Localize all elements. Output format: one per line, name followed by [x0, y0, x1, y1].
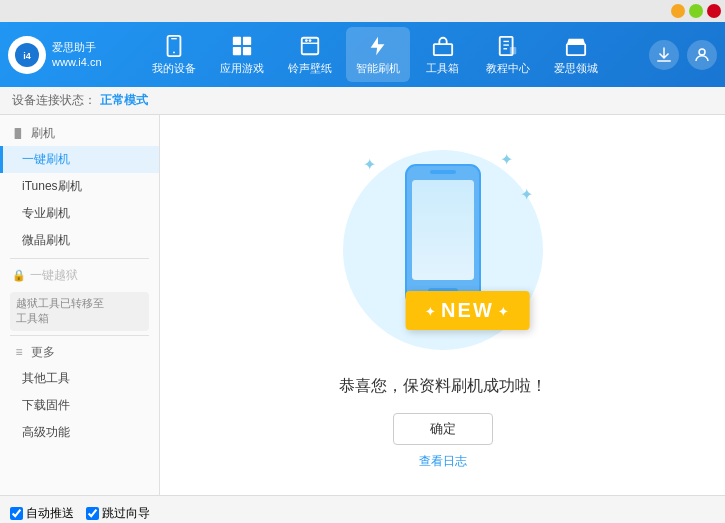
daily-log-link[interactable]: 查看日志	[419, 453, 467, 470]
bottom-top-row: 自动推送 跳过向导	[0, 496, 725, 523]
maximize-button[interactable]	[689, 4, 703, 18]
svg-rect-22	[14, 128, 21, 139]
logo-icon: i4	[8, 36, 46, 74]
flash-section-icon	[12, 127, 26, 141]
close-button[interactable]	[707, 4, 721, 18]
svg-point-11	[304, 39, 307, 42]
sparkle-2: ✦	[500, 150, 513, 169]
auto-push-checkbox[interactable]: 自动推送	[10, 505, 74, 522]
nav-item-my-device[interactable]: 我的设备	[142, 27, 206, 82]
sidebar-section-jailbreak: 🔒 一键越狱	[0, 263, 159, 288]
sidebar-item-wipe-flash[interactable]: 微晶刷机	[0, 227, 159, 254]
svg-rect-27	[412, 180, 474, 280]
sidebar-jailbreak-note: 越狱工具已转移至工具箱	[10, 292, 149, 331]
nav-item-apps-games[interactable]: 应用游戏	[210, 27, 274, 82]
svg-point-12	[308, 39, 311, 42]
status-label: 设备连接状态：	[12, 92, 96, 109]
user-button[interactable]	[687, 40, 717, 70]
svg-rect-5	[232, 37, 240, 45]
content-area: ✦ ✦ ✦	[160, 115, 725, 495]
nav-item-toolbox[interactable]: 工具箱	[414, 27, 472, 82]
success-message: 恭喜您，保资料刷机成功啦！	[339, 376, 547, 397]
sub-header: 设备连接状态： 正常模式	[0, 87, 725, 115]
status-value: 正常模式	[100, 92, 148, 109]
sidebar-item-advanced[interactable]: 高级功能	[0, 419, 159, 446]
lock-icon: 🔒	[12, 269, 26, 282]
svg-rect-7	[232, 47, 240, 55]
success-illustration: ✦ ✦ ✦	[333, 140, 553, 360]
nav-item-ringtone[interactable]: 铃声壁纸	[278, 27, 342, 82]
sidebar-section-flash: 刷机	[0, 121, 159, 146]
logo-area: i4 爱思助手 www.i4.cn	[8, 36, 108, 74]
apps-icon	[229, 33, 255, 59]
svg-rect-19	[566, 44, 584, 55]
logo-subtitle: www.i4.cn	[52, 55, 102, 69]
sidebar-divider-1	[10, 258, 149, 259]
svg-text:i4: i4	[23, 51, 31, 61]
svg-rect-13	[433, 44, 451, 55]
more-section-icon: ≡	[12, 345, 26, 359]
phone-icon	[161, 33, 187, 59]
nav-right-buttons	[649, 40, 717, 70]
sidebar-item-itunes-flash[interactable]: iTunes刷机	[0, 173, 159, 200]
nav-item-tutorial[interactable]: 教程中心	[476, 27, 540, 82]
header: i4 爱思助手 www.i4.cn 我的设备 应用游戏 铃声壁纸	[0, 22, 725, 87]
sidebar-divider-2	[10, 335, 149, 336]
sparkle-1: ✦	[363, 155, 376, 174]
sidebar-item-one-key-flash[interactable]: 一键刷机	[0, 146, 159, 173]
nav-item-store[interactable]: 爱思领城	[544, 27, 608, 82]
sidebar-item-other-tools[interactable]: 其他工具	[0, 365, 159, 392]
skip-wizard-checkbox[interactable]: 跳过向导	[86, 505, 150, 522]
new-badge: NEW	[405, 291, 530, 330]
sidebar-item-download-firmware[interactable]: 下载固件	[0, 392, 159, 419]
toolbox-icon	[430, 33, 456, 59]
svg-rect-8	[242, 47, 250, 55]
download-button[interactable]	[649, 40, 679, 70]
skip-wizard-input[interactable]	[86, 507, 99, 520]
sidebar: 刷机 一键刷机 iTunes刷机 专业刷机 微晶刷机 🔒 一键越狱 越狱工具已转…	[0, 115, 160, 495]
logo-title: 爱思助手	[52, 40, 102, 54]
nav-bar: 我的设备 应用游戏 铃声壁纸 智能刷机 工具箱	[108, 27, 641, 82]
sparkle-3: ✦	[520, 185, 533, 204]
sidebar-item-pro-flash[interactable]: 专业刷机	[0, 200, 159, 227]
minimize-button[interactable]	[671, 4, 685, 18]
svg-point-21	[699, 49, 705, 55]
store-icon	[563, 33, 589, 59]
sidebar-section-more: ≡ 更多	[0, 340, 159, 365]
svg-point-4	[173, 52, 175, 54]
svg-rect-18	[509, 47, 515, 54]
nav-item-smart-flash[interactable]: 智能刷机	[346, 27, 410, 82]
svg-rect-6	[242, 37, 250, 45]
bottom-panel: 自动推送 跳过向导 📱 iPhone 12 mini 64GB Down-12m…	[0, 495, 725, 523]
confirm-button[interactable]: 确定	[393, 413, 493, 445]
auto-push-input[interactable]	[10, 507, 23, 520]
main-layout: 刷机 一键刷机 iTunes刷机 专业刷机 微晶刷机 🔒 一键越狱 越狱工具已转…	[0, 115, 725, 495]
svg-rect-26	[430, 170, 456, 174]
title-bar	[0, 0, 725, 22]
flash-icon	[365, 33, 391, 59]
tutorial-icon	[495, 33, 521, 59]
ringtone-icon	[297, 33, 323, 59]
